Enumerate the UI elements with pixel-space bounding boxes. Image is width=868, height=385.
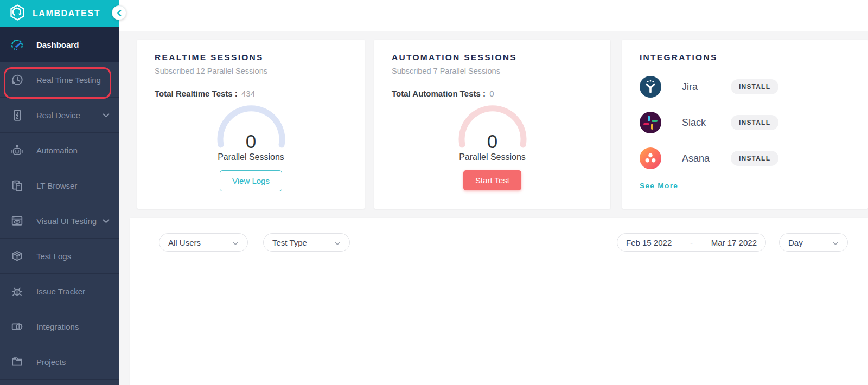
view-logs-button[interactable]: View Logs: [220, 170, 282, 191]
gauge-value: 0: [455, 131, 531, 152]
integration-row-asana: Asana INSTALL: [640, 147, 851, 170]
mobile-lightning-icon: [9, 107, 24, 123]
bug-icon: [9, 284, 24, 299]
gauge-label: Parallel Sessions: [392, 152, 593, 162]
sidebar-item-test-logs[interactable]: Test Logs: [0, 239, 119, 274]
jira-logo-icon: [640, 76, 661, 98]
asana-logo-icon: [640, 147, 661, 169]
dual-browser-icon: [9, 178, 24, 193]
brand-name: LAMBDATEST: [33, 9, 100, 18]
sidebar-item-label: Issue Tracker: [36, 287, 110, 296]
sidebar-nav: Dashboard Real Time Testing Real Dev: [0, 27, 119, 380]
total-tests-label: Total Automation Tests :: [392, 89, 486, 98]
sidebar-item-label: Real Device: [36, 111, 103, 120]
total-tests: Total Realtime Tests : 434: [155, 89, 347, 98]
install-jira-button[interactable]: INSTALL: [731, 79, 778, 94]
test-type-dropdown[interactable]: Test Type: [263, 233, 350, 252]
total-tests-label: Total Realtime Tests :: [155, 89, 238, 98]
all-users-dropdown[interactable]: All Users: [159, 233, 248, 252]
date-to-value: Mar 17 2022: [711, 238, 757, 247]
integration-row-slack: Slack INSTALL: [640, 111, 851, 134]
speedometer-icon: [9, 37, 24, 52]
sidebar-item-integrations[interactable]: Integrations: [0, 309, 119, 344]
sidebar-item-label: Automation: [36, 146, 110, 155]
start-test-button[interactable]: Start Test: [463, 170, 521, 190]
integration-row-jira: Jira INSTALL: [640, 75, 851, 98]
sidebar-item-label: Test Logs: [36, 252, 110, 261]
integration-name: Slack: [682, 117, 731, 129]
sidebar: LAMBDATEST Dashboard: [0, 0, 119, 385]
integrations-card: INTEGRATIONS Jira INSTALL Slack INSTALL: [622, 40, 868, 209]
chevron-down-icon: [232, 238, 239, 247]
sidebar-item-real-device[interactable]: Real Device: [0, 98, 119, 133]
install-slack-button[interactable]: INSTALL: [731, 115, 778, 130]
sidebar-item-projects[interactable]: Projects: [0, 344, 119, 380]
analytics-panel: All Users Test Type Feb 15 2022 - Mar 17…: [130, 218, 868, 385]
card-title: AUTOMATION SESSIONS: [392, 53, 593, 62]
test-type-value: Test Type: [272, 238, 307, 247]
sidebar-item-label: Visual UI Testing: [36, 216, 103, 226]
gauge-label: Parallel Sessions: [155, 152, 347, 162]
integration-toggle-icon: [9, 319, 24, 334]
all-users-value: All Users: [168, 238, 201, 247]
automation-sessions-card: AUTOMATION SESSIONS Subscribed 7 Paralle…: [374, 40, 610, 209]
sidebar-item-label: Real Time Testing: [36, 75, 110, 85]
total-tests-value: 0: [489, 89, 494, 98]
eye-window-icon: [9, 213, 24, 228]
sidebar-item-automation[interactable]: Automation: [0, 133, 119, 168]
lambdatest-logo-icon: [9, 4, 26, 23]
card-title: REALTIME SESSIONS: [155, 53, 347, 62]
see-more-link[interactable]: See More: [640, 182, 678, 190]
subscription-info: Subscribed 12 Parallel Sessions: [155, 67, 347, 75]
chevron-down-icon: [103, 110, 110, 120]
chevron-left-icon: [117, 10, 122, 16]
realtime-gauge: 0: [213, 105, 289, 150]
robot-icon: [9, 143, 24, 158]
slack-logo-icon: [640, 112, 661, 133]
logo-bar: LAMBDATEST: [0, 0, 119, 27]
sidebar-item-label: Dashboard: [36, 40, 110, 49]
box-icon: [9, 248, 24, 264]
integration-name: Jira: [682, 81, 731, 93]
subscription-info: Subscribed 7 Parallel Sessions: [392, 67, 593, 75]
sidebar-item-label: Projects: [36, 357, 110, 367]
sidebar-item-issue-tracker[interactable]: Issue Tracker: [0, 274, 119, 309]
sidebar-collapse-button[interactable]: [112, 5, 126, 20]
date-separator: -: [690, 238, 693, 247]
automation-gauge: 0: [455, 105, 531, 150]
granularity-value: Day: [788, 238, 803, 247]
gauge-value: 0: [213, 131, 289, 152]
sidebar-item-lt-browser[interactable]: LT Browser: [0, 168, 119, 203]
folder-icon: [9, 354, 24, 369]
date-range-picker[interactable]: Feb 15 2022 - Mar 17 2022: [617, 233, 766, 252]
realtime-sessions-card: REALTIME SESSIONS Subscribed 12 Parallel…: [137, 40, 365, 209]
sidebar-item-dashboard[interactable]: Dashboard: [0, 27, 119, 62]
sidebar-item-visual-ui-testing[interactable]: Visual UI Testing: [0, 203, 119, 239]
sidebar-item-label: LT Browser: [36, 181, 110, 190]
total-tests-value: 434: [241, 89, 255, 98]
date-from-value: Feb 15 2022: [626, 238, 672, 247]
sidebar-item-label: Integrations: [36, 322, 110, 331]
card-title: INTEGRATIONS: [640, 53, 851, 62]
clock-history-icon: [9, 72, 24, 87]
integration-name: Asana: [682, 153, 731, 164]
chevron-down-icon: [334, 238, 341, 247]
total-tests: Total Automation Tests : 0: [392, 89, 593, 98]
chevron-down-icon: [103, 216, 110, 226]
granularity-dropdown[interactable]: Day: [779, 233, 848, 252]
chevron-down-icon: [832, 238, 839, 247]
top-bar: [119, 0, 868, 31]
sidebar-item-real-time-testing[interactable]: Real Time Testing: [0, 62, 119, 98]
install-asana-button[interactable]: INSTALL: [731, 151, 778, 166]
